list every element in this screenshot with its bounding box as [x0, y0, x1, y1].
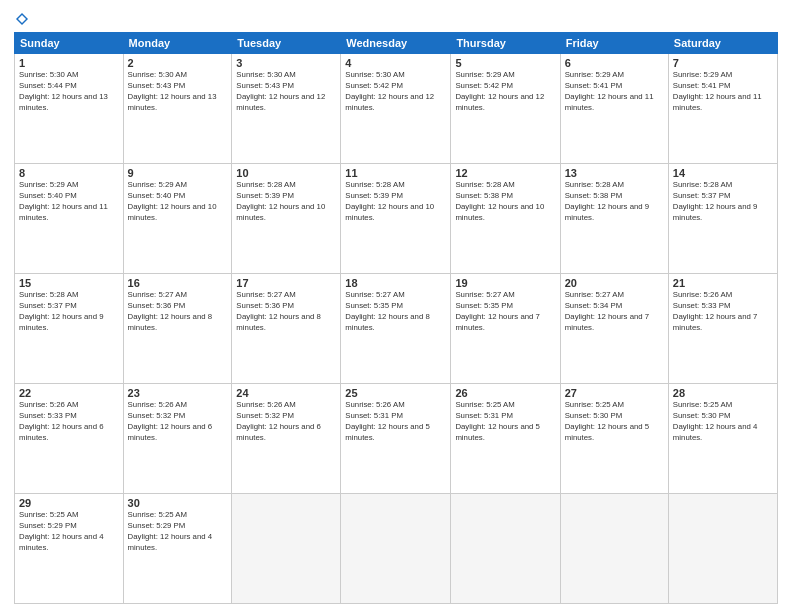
day-number: 2 [128, 57, 228, 69]
calendar-day-cell [232, 494, 341, 604]
calendar-week-row: 22 Sunrise: 5:26 AM Sunset: 5:33 PM Dayl… [15, 384, 778, 494]
day-info: Sunrise: 5:25 AM Sunset: 5:31 PM Dayligh… [455, 400, 555, 444]
calendar-day-cell [668, 494, 777, 604]
calendar-table: SundayMondayTuesdayWednesdayThursdayFrid… [14, 32, 778, 604]
calendar-day-cell: 19 Sunrise: 5:27 AM Sunset: 5:35 PM Dayl… [451, 274, 560, 384]
day-info: Sunrise: 5:29 AM Sunset: 5:40 PM Dayligh… [19, 180, 119, 224]
day-number: 3 [236, 57, 336, 69]
day-number: 8 [19, 167, 119, 179]
day-info: Sunrise: 5:28 AM Sunset: 5:39 PM Dayligh… [236, 180, 336, 224]
day-number: 11 [345, 167, 446, 179]
day-number: 4 [345, 57, 446, 69]
calendar-day-cell: 6 Sunrise: 5:29 AM Sunset: 5:41 PM Dayli… [560, 54, 668, 164]
calendar-day-cell: 30 Sunrise: 5:25 AM Sunset: 5:29 PM Dayl… [123, 494, 232, 604]
calendar-day-cell: 24 Sunrise: 5:26 AM Sunset: 5:32 PM Dayl… [232, 384, 341, 494]
day-info: Sunrise: 5:26 AM Sunset: 5:32 PM Dayligh… [128, 400, 228, 444]
calendar-day-cell: 20 Sunrise: 5:27 AM Sunset: 5:34 PM Dayl… [560, 274, 668, 384]
calendar-day-cell: 29 Sunrise: 5:25 AM Sunset: 5:29 PM Dayl… [15, 494, 124, 604]
logo [14, 12, 29, 26]
calendar-week-row: 15 Sunrise: 5:28 AM Sunset: 5:37 PM Dayl… [15, 274, 778, 384]
calendar-day-cell: 22 Sunrise: 5:26 AM Sunset: 5:33 PM Dayl… [15, 384, 124, 494]
day-info: Sunrise: 5:26 AM Sunset: 5:32 PM Dayligh… [236, 400, 336, 444]
day-number: 6 [565, 57, 664, 69]
calendar-day-cell: 13 Sunrise: 5:28 AM Sunset: 5:38 PM Dayl… [560, 164, 668, 274]
day-number: 7 [673, 57, 773, 69]
calendar-day-header: Monday [123, 33, 232, 54]
day-info: Sunrise: 5:25 AM Sunset: 5:30 PM Dayligh… [673, 400, 773, 444]
day-info: Sunrise: 5:25 AM Sunset: 5:30 PM Dayligh… [565, 400, 664, 444]
day-info: Sunrise: 5:25 AM Sunset: 5:29 PM Dayligh… [128, 510, 228, 554]
day-info: Sunrise: 5:29 AM Sunset: 5:41 PM Dayligh… [565, 70, 664, 114]
day-info: Sunrise: 5:28 AM Sunset: 5:38 PM Dayligh… [565, 180, 664, 224]
calendar-day-cell: 5 Sunrise: 5:29 AM Sunset: 5:42 PM Dayli… [451, 54, 560, 164]
day-info: Sunrise: 5:25 AM Sunset: 5:29 PM Dayligh… [19, 510, 119, 554]
header [14, 12, 778, 26]
calendar-day-header: Thursday [451, 33, 560, 54]
calendar-day-header: Tuesday [232, 33, 341, 54]
calendar-day-cell [341, 494, 451, 604]
calendar-day-cell: 17 Sunrise: 5:27 AM Sunset: 5:36 PM Dayl… [232, 274, 341, 384]
day-info: Sunrise: 5:30 AM Sunset: 5:44 PM Dayligh… [19, 70, 119, 114]
day-number: 26 [455, 387, 555, 399]
calendar-day-cell: 4 Sunrise: 5:30 AM Sunset: 5:42 PM Dayli… [341, 54, 451, 164]
day-number: 20 [565, 277, 664, 289]
calendar-day-cell: 3 Sunrise: 5:30 AM Sunset: 5:43 PM Dayli… [232, 54, 341, 164]
day-number: 10 [236, 167, 336, 179]
calendar-day-cell: 8 Sunrise: 5:29 AM Sunset: 5:40 PM Dayli… [15, 164, 124, 274]
day-number: 13 [565, 167, 664, 179]
calendar-week-row: 1 Sunrise: 5:30 AM Sunset: 5:44 PM Dayli… [15, 54, 778, 164]
logo-icon [15, 12, 29, 26]
page: SundayMondayTuesdayWednesdayThursdayFrid… [0, 0, 792, 612]
day-number: 24 [236, 387, 336, 399]
day-number: 28 [673, 387, 773, 399]
day-number: 23 [128, 387, 228, 399]
day-info: Sunrise: 5:27 AM Sunset: 5:35 PM Dayligh… [345, 290, 446, 334]
calendar-day-cell: 15 Sunrise: 5:28 AM Sunset: 5:37 PM Dayl… [15, 274, 124, 384]
calendar-day-header: Sunday [15, 33, 124, 54]
calendar-day-cell: 2 Sunrise: 5:30 AM Sunset: 5:43 PM Dayli… [123, 54, 232, 164]
calendar-day-cell: 27 Sunrise: 5:25 AM Sunset: 5:30 PM Dayl… [560, 384, 668, 494]
day-number: 17 [236, 277, 336, 289]
calendar-day-cell: 10 Sunrise: 5:28 AM Sunset: 5:39 PM Dayl… [232, 164, 341, 274]
calendar-day-cell: 25 Sunrise: 5:26 AM Sunset: 5:31 PM Dayl… [341, 384, 451, 494]
day-number: 12 [455, 167, 555, 179]
day-number: 19 [455, 277, 555, 289]
calendar-day-cell: 7 Sunrise: 5:29 AM Sunset: 5:41 PM Dayli… [668, 54, 777, 164]
day-info: Sunrise: 5:26 AM Sunset: 5:31 PM Dayligh… [345, 400, 446, 444]
calendar-day-header: Friday [560, 33, 668, 54]
day-info: Sunrise: 5:30 AM Sunset: 5:43 PM Dayligh… [236, 70, 336, 114]
day-info: Sunrise: 5:26 AM Sunset: 5:33 PM Dayligh… [19, 400, 119, 444]
day-number: 9 [128, 167, 228, 179]
calendar-day-cell: 16 Sunrise: 5:27 AM Sunset: 5:36 PM Dayl… [123, 274, 232, 384]
calendar-day-cell [560, 494, 668, 604]
day-number: 25 [345, 387, 446, 399]
calendar-day-header: Wednesday [341, 33, 451, 54]
day-number: 15 [19, 277, 119, 289]
day-number: 1 [19, 57, 119, 69]
day-info: Sunrise: 5:27 AM Sunset: 5:36 PM Dayligh… [236, 290, 336, 334]
day-info: Sunrise: 5:28 AM Sunset: 5:37 PM Dayligh… [673, 180, 773, 224]
day-number: 22 [19, 387, 119, 399]
calendar-day-cell: 21 Sunrise: 5:26 AM Sunset: 5:33 PM Dayl… [668, 274, 777, 384]
day-info: Sunrise: 5:27 AM Sunset: 5:36 PM Dayligh… [128, 290, 228, 334]
day-number: 14 [673, 167, 773, 179]
day-number: 16 [128, 277, 228, 289]
day-number: 30 [128, 497, 228, 509]
day-number: 29 [19, 497, 119, 509]
calendar-day-cell: 28 Sunrise: 5:25 AM Sunset: 5:30 PM Dayl… [668, 384, 777, 494]
day-info: Sunrise: 5:27 AM Sunset: 5:35 PM Dayligh… [455, 290, 555, 334]
day-number: 18 [345, 277, 446, 289]
calendar-day-cell [451, 494, 560, 604]
calendar-day-cell: 11 Sunrise: 5:28 AM Sunset: 5:39 PM Dayl… [341, 164, 451, 274]
calendar-day-cell: 1 Sunrise: 5:30 AM Sunset: 5:44 PM Dayli… [15, 54, 124, 164]
day-info: Sunrise: 5:27 AM Sunset: 5:34 PM Dayligh… [565, 290, 664, 334]
day-info: Sunrise: 5:26 AM Sunset: 5:33 PM Dayligh… [673, 290, 773, 334]
day-info: Sunrise: 5:29 AM Sunset: 5:41 PM Dayligh… [673, 70, 773, 114]
day-number: 21 [673, 277, 773, 289]
calendar-week-row: 8 Sunrise: 5:29 AM Sunset: 5:40 PM Dayli… [15, 164, 778, 274]
day-info: Sunrise: 5:29 AM Sunset: 5:42 PM Dayligh… [455, 70, 555, 114]
calendar-week-row: 29 Sunrise: 5:25 AM Sunset: 5:29 PM Dayl… [15, 494, 778, 604]
day-info: Sunrise: 5:29 AM Sunset: 5:40 PM Dayligh… [128, 180, 228, 224]
day-number: 27 [565, 387, 664, 399]
calendar-day-cell: 26 Sunrise: 5:25 AM Sunset: 5:31 PM Dayl… [451, 384, 560, 494]
